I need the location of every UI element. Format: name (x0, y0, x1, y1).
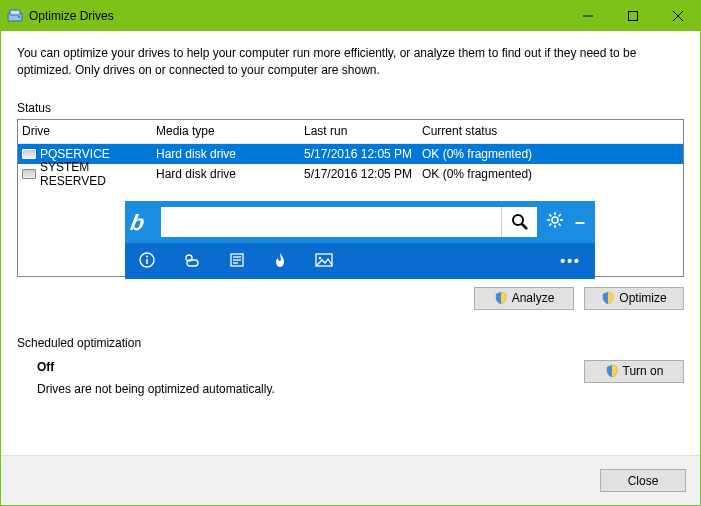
trending-icon[interactable] (273, 252, 287, 271)
turn-on-button[interactable]: Turn on (584, 360, 684, 383)
description-text: You can optimize your drives to help you… (17, 45, 684, 79)
sched-state: Off (37, 360, 584, 374)
drive-icon (22, 149, 36, 159)
sched-label: Scheduled optimization (17, 336, 684, 350)
svg-line-15 (559, 224, 561, 226)
footer: Close (1, 455, 700, 505)
svg-line-16 (549, 224, 551, 226)
svg-point-27 (319, 256, 322, 259)
window-controls (565, 2, 700, 31)
shield-icon (605, 364, 619, 378)
cell-status: OK (0% fragmented) (418, 167, 683, 181)
bing-minimize-icon[interactable]: – (573, 218, 587, 226)
bing-bar: b – ••• (125, 201, 595, 279)
col-last[interactable]: Last run (300, 124, 418, 138)
cell-media: Hard disk drive (152, 167, 300, 181)
button-label: Turn on (623, 364, 664, 378)
cell-last: 5/17/2016 12:05 PM (300, 147, 418, 161)
window-title: Optimize Drives (29, 9, 565, 23)
svg-point-9 (552, 217, 558, 223)
col-media[interactable]: Media type (152, 124, 300, 138)
optimize-button[interactable]: Optimize (584, 287, 684, 310)
cell-last: 5/17/2016 12:05 PM (300, 167, 418, 181)
col-drive[interactable]: Drive (18, 124, 152, 138)
weather-icon[interactable] (183, 252, 201, 271)
gear-icon[interactable] (543, 211, 567, 233)
analyze-button[interactable]: Analyze (474, 287, 574, 310)
news-icon[interactable] (229, 252, 245, 271)
close-dialog-button[interactable]: Close (600, 469, 686, 492)
table-row[interactable]: SYSTEM RESERVED Hard disk drive 5/17/201… (18, 164, 683, 184)
app-icon (7, 8, 23, 24)
bing-search-box (161, 207, 537, 237)
status-label: Status (17, 101, 684, 115)
svg-rect-1 (10, 10, 20, 15)
svg-point-19 (146, 255, 148, 257)
button-label: Close (628, 474, 659, 488)
shield-icon (601, 291, 615, 305)
title-bar: Optimize Drives (1, 1, 700, 31)
col-status[interactable]: Current status (418, 124, 683, 138)
button-label: Analyze (512, 291, 555, 305)
drive-icon (22, 169, 36, 179)
shield-icon (494, 291, 508, 305)
svg-rect-4 (628, 12, 637, 21)
table-header: Drive Media type Last run Current status (18, 120, 683, 144)
cell-drive: SYSTEM RESERVED (40, 160, 152, 188)
image-icon[interactable] (315, 253, 333, 270)
bing-logo-icon: b (129, 210, 157, 234)
search-icon[interactable] (501, 207, 537, 237)
svg-line-14 (549, 214, 551, 216)
cell-drive: PQSERVICE (40, 147, 110, 161)
info-icon[interactable] (139, 252, 155, 271)
close-button[interactable] (655, 2, 700, 31)
maximize-button[interactable] (610, 2, 655, 31)
svg-line-8 (522, 224, 527, 229)
cell-media: Hard disk drive (152, 147, 300, 161)
cell-status: OK (0% fragmented) (418, 147, 683, 161)
svg-point-7 (513, 215, 523, 225)
button-label: Optimize (619, 291, 666, 305)
bing-search-input[interactable] (161, 214, 501, 230)
more-icon[interactable]: ••• (560, 253, 581, 269)
svg-point-2 (18, 16, 20, 18)
sched-message: Drives are not being optimized automatic… (37, 382, 584, 396)
svg-line-17 (559, 214, 561, 216)
minimize-button[interactable] (565, 2, 610, 31)
